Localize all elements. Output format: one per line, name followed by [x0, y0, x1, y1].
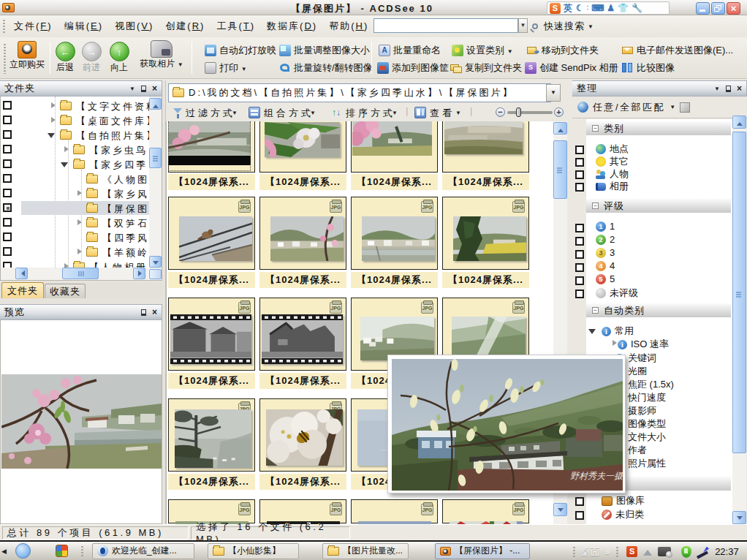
svg-text:野村秀夫一摄: 野村秀夫一摄 — [570, 471, 623, 481]
